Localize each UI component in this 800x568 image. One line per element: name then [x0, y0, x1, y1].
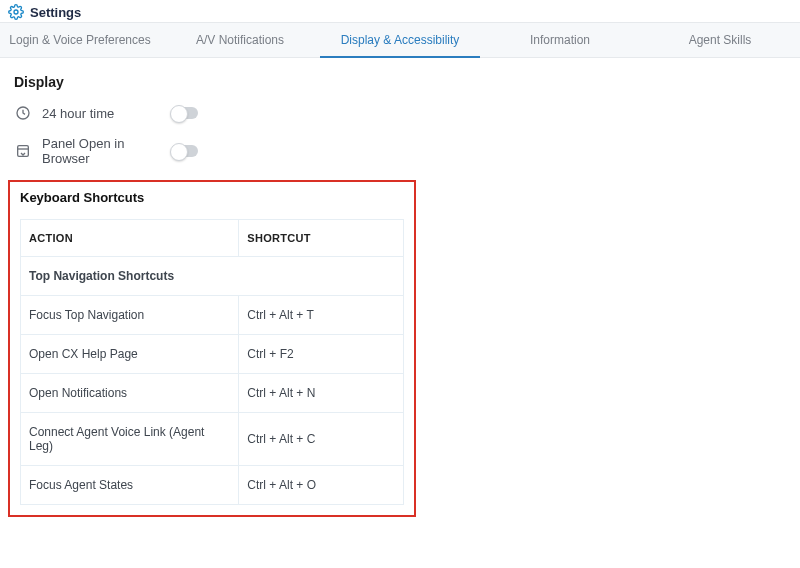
keyboard-shortcuts-title: Keyboard Shortcuts	[20, 190, 404, 205]
action-cell: Connect Agent Voice Link (Agent Leg)	[21, 413, 239, 466]
option-panel-open-browser: Panel Open in Browser	[14, 136, 786, 166]
tab-agent-skills[interactable]: Agent Skills	[640, 23, 800, 57]
tab-display-accessibility[interactable]: Display & Accessibility	[320, 23, 480, 57]
table-row: Focus Agent States Ctrl + Alt + O	[21, 466, 404, 505]
action-cell: Open Notifications	[21, 374, 239, 413]
keyboard-shortcuts-section: Keyboard Shortcuts ACTION SHORTCUT Top N…	[8, 180, 416, 517]
content: Display 24 hour time Panel Open in Brows…	[0, 58, 800, 533]
option-24-hour-label: 24 hour time	[42, 106, 172, 121]
tab-login-voice[interactable]: Login & Voice Preferences	[0, 23, 160, 57]
option-panel-open-label: Panel Open in Browser	[42, 136, 172, 166]
table-row: Focus Top Navigation Ctrl + Alt + T	[21, 296, 404, 335]
shortcut-cell: Ctrl + Alt + O	[239, 466, 404, 505]
clock-icon	[14, 104, 32, 122]
tabs: Login & Voice Preferences A/V Notificati…	[0, 22, 800, 58]
shortcuts-table: ACTION SHORTCUT Top Navigation Shortcuts…	[20, 219, 404, 505]
subheader-label: Top Navigation Shortcuts	[21, 257, 404, 296]
shortcut-cell: Ctrl + F2	[239, 335, 404, 374]
action-cell: Focus Agent States	[21, 466, 239, 505]
gear-icon	[8, 4, 24, 20]
table-row: Open Notifications Ctrl + Alt + N	[21, 374, 404, 413]
column-shortcut: SHORTCUT	[239, 220, 404, 257]
browser-icon	[14, 142, 32, 160]
settings-header: Settings	[0, 0, 800, 22]
svg-point-0	[14, 10, 18, 14]
table-row: Connect Agent Voice Link (Agent Leg) Ctr…	[21, 413, 404, 466]
column-action: ACTION	[21, 220, 239, 257]
tab-av-notifications[interactable]: A/V Notifications	[160, 23, 320, 57]
table-header-row: ACTION SHORTCUT	[21, 220, 404, 257]
shortcut-cell: Ctrl + Alt + T	[239, 296, 404, 335]
action-cell: Open CX Help Page	[21, 335, 239, 374]
shortcut-cell: Ctrl + Alt + N	[239, 374, 404, 413]
toggle-panel-open[interactable]	[172, 145, 198, 157]
shortcut-cell: Ctrl + Alt + C	[239, 413, 404, 466]
toggle-24-hour[interactable]	[172, 107, 198, 119]
table-subheader-row: Top Navigation Shortcuts	[21, 257, 404, 296]
page-title: Settings	[30, 5, 81, 20]
tab-information[interactable]: Information	[480, 23, 640, 57]
option-24-hour-time: 24 hour time	[14, 104, 786, 122]
table-row: Open CX Help Page Ctrl + F2	[21, 335, 404, 374]
display-section-title: Display	[14, 74, 786, 90]
action-cell: Focus Top Navigation	[21, 296, 239, 335]
